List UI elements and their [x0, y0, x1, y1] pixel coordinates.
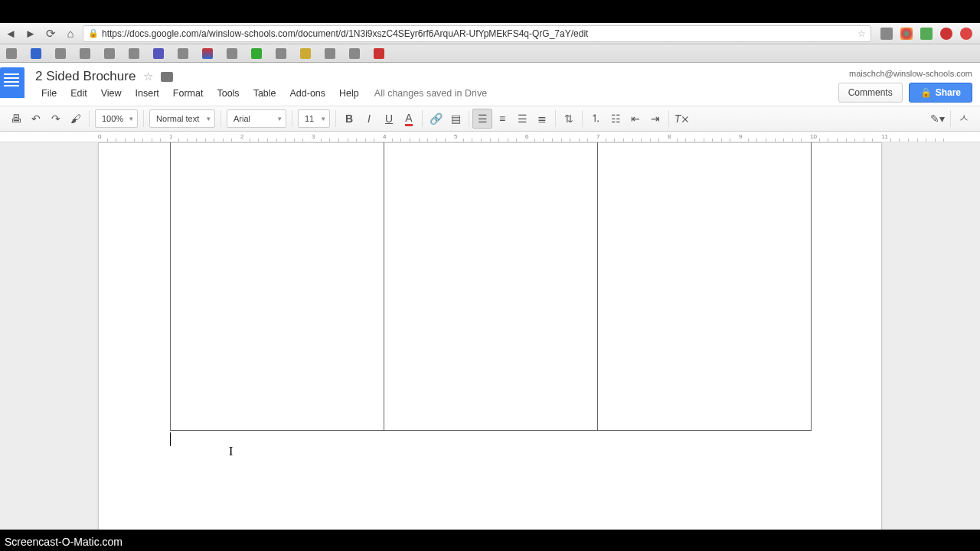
document-canvas[interactable]: I [0, 142, 980, 533]
save-status: All changes saved in Drive [374, 88, 487, 99]
menu-table[interactable]: Table [247, 86, 283, 101]
url-text: https://docs.google.com/a/winslow-school… [102, 28, 588, 39]
menu-insert[interactable]: Insert [129, 86, 165, 101]
bookmark-item[interactable] [31, 48, 41, 59]
bulleted-list-button[interactable]: ☷ [606, 109, 626, 129]
font-size-select[interactable]: 11 [298, 109, 330, 128]
home-button[interactable]: ⌂ [63, 26, 78, 41]
browser-navigation-bar: ◄ ► ⟳ ⌂ 🔒 https://docs.google.com/a/wins… [0, 23, 980, 44]
bookmark-item[interactable] [202, 48, 213, 59]
increase-indent-button[interactable]: ⇥ [645, 109, 665, 129]
bookmark-item[interactable] [276, 48, 286, 59]
pinterest-icon[interactable] [940, 28, 952, 40]
bookmark-item[interactable] [129, 48, 139, 59]
menu-file[interactable]: File [35, 86, 63, 101]
redo-button[interactable]: ↷ [46, 109, 66, 129]
address-bar[interactable]: 🔒 https://docs.google.com/a/winslow-scho… [83, 25, 871, 42]
underline-button[interactable]: U [379, 109, 399, 129]
text-color-button[interactable]: A [399, 109, 419, 129]
bold-button[interactable]: B [339, 109, 359, 129]
editing-mode-button[interactable]: ✎▾ [927, 109, 947, 129]
undo-button[interactable]: ↶ [26, 109, 46, 129]
forward-button[interactable]: ► [23, 26, 38, 41]
style-select[interactable]: Normal text [149, 109, 215, 128]
menu-help[interactable]: Help [333, 86, 365, 101]
docs-logo[interactable] [0, 67, 24, 98]
bookmark-item[interactable] [153, 48, 164, 59]
document-page[interactable]: I [98, 142, 882, 533]
menu-tools[interactable]: Tools [211, 86, 245, 101]
menu-format[interactable]: Format [167, 86, 210, 101]
star-icon[interactable]: ☆ [143, 70, 153, 83]
table-cell[interactable] [171, 142, 384, 431]
comments-button[interactable]: Comments [838, 83, 903, 103]
align-right-button[interactable]: ☰ [512, 109, 532, 129]
menu-edit[interactable]: Edit [64, 86, 93, 101]
extension-icon[interactable] [880, 28, 893, 40]
share-button[interactable]: 🔒 Share [909, 83, 972, 103]
print-button[interactable]: 🖶 [6, 109, 26, 129]
table-cell[interactable] [384, 142, 598, 431]
align-center-button[interactable]: ≡ [492, 109, 512, 129]
extension-icon[interactable] [920, 28, 933, 40]
extension-icons [876, 28, 977, 40]
toolbar: 🖶 ↶ ↷ 🖌 100% Normal text Arial 11 B I U … [0, 106, 980, 132]
bookmark-item[interactable] [325, 48, 335, 59]
back-button[interactable]: ◄ [3, 26, 18, 41]
decrease-indent-button[interactable]: ⇤ [626, 109, 645, 129]
reload-button[interactable]: ⟳ [43, 26, 58, 41]
bookmark-item[interactable] [6, 48, 17, 59]
folder-icon[interactable] [161, 72, 173, 82]
menu-view[interactable]: View [95, 86, 128, 101]
bookmark-item[interactable] [349, 48, 360, 59]
text-caret [170, 432, 171, 446]
bookmark-item[interactable] [55, 48, 66, 59]
extension-icon[interactable] [960, 28, 972, 40]
bookmark-item[interactable] [104, 48, 115, 59]
table-cell[interactable] [598, 142, 812, 431]
numbered-list-button[interactable]: ⒈ [586, 109, 606, 129]
bookmark-star-icon[interactable]: ☆ [858, 28, 866, 39]
font-select[interactable]: Arial [227, 109, 286, 128]
insert-comment-button[interactable]: ▤ [446, 109, 466, 129]
clear-formatting-button[interactable]: T⨯ [672, 109, 692, 129]
bookmark-item[interactable] [374, 48, 384, 59]
lock-icon: 🔒 [88, 28, 99, 38]
lock-icon: 🔒 [920, 87, 932, 98]
line-spacing-button[interactable]: ⇅ [559, 109, 579, 129]
bookmark-item[interactable] [300, 48, 311, 59]
horizontal-ruler[interactable]: 01234567891011 [0, 132, 980, 142]
align-left-button[interactable]: ☰ [472, 109, 492, 129]
watermark: Screencast-O-Matic.com [5, 536, 122, 548]
menu-addons[interactable]: Add-ons [284, 86, 332, 101]
align-justify-button[interactable]: ≣ [532, 109, 552, 129]
menu-bar: File Edit View Insert Format Tools Table… [35, 86, 487, 101]
bookmark-item[interactable] [227, 48, 237, 59]
zoom-select[interactable]: 100% [95, 109, 138, 128]
paint-format-button[interactable]: 🖌 [66, 109, 86, 129]
bookmarks-bar [0, 44, 980, 63]
bookmark-item[interactable] [80, 48, 90, 59]
user-email[interactable]: maischch@winslow-schools.com [849, 69, 972, 78]
hide-menus-button[interactable]: ㅅ [954, 109, 974, 129]
italic-button[interactable]: I [359, 109, 379, 129]
bookmark-item[interactable] [251, 48, 262, 59]
bookmark-item[interactable] [178, 48, 188, 59]
insert-link-button[interactable]: 🔗 [426, 109, 446, 129]
extension-icon[interactable] [900, 28, 913, 40]
mouse-text-cursor: I [229, 445, 233, 458]
document-title[interactable]: 2 Sided Brochure [35, 69, 136, 84]
brochure-table[interactable] [170, 142, 812, 431]
